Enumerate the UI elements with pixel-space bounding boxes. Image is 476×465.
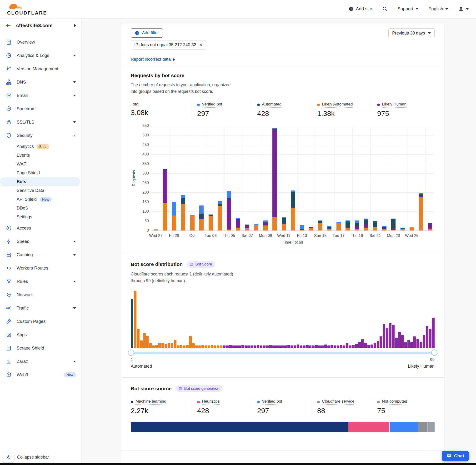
topbar: CLOUDFLARE Add site Support bbox=[0, 0, 476, 18]
sidebar-item-version-management[interactable]: Version Management bbox=[0, 62, 81, 75]
histogram-bar bbox=[177, 346, 180, 348]
histogram-bar bbox=[217, 346, 219, 348]
collapse-sidebar[interactable]: Collapse sidebar bbox=[3, 452, 49, 463]
sidebar-item-workers-routes[interactable]: Workers Routes bbox=[0, 261, 81, 275]
sidebar-item-web3[interactable]: Web3New bbox=[0, 368, 81, 381]
sidebar-item-zaraz[interactable]: Zaraz bbox=[0, 355, 81, 368]
stat-label[interactable]: Cloudflare service bbox=[317, 399, 354, 405]
histogram-bar bbox=[370, 345, 373, 348]
sidebar-item-scrape-shield[interactable]: Scrape Shield bbox=[0, 341, 81, 355]
sidebar-subitem-events[interactable]: Events bbox=[0, 151, 81, 160]
add-site-button[interactable]: Add site bbox=[349, 6, 372, 11]
sidebar-subitem-analytics[interactable]: AnalyticsBeta bbox=[0, 142, 81, 151]
histogram-bar bbox=[410, 342, 413, 348]
support-menu[interactable]: Support bbox=[397, 6, 418, 11]
sidebar-item-speed[interactable]: Speed bbox=[0, 235, 81, 248]
sidebar-item-label: Analytics & Logs bbox=[17, 53, 68, 58]
histogram-bar bbox=[380, 337, 382, 348]
histogram-bar bbox=[294, 346, 296, 348]
sidebar-item-spectrum[interactable]: Spectrum bbox=[0, 102, 81, 116]
histogram-bar bbox=[244, 346, 247, 348]
sidebar-item-apps[interactable]: Apps bbox=[0, 328, 81, 341]
slider-max-label: Likely Human bbox=[408, 364, 434, 369]
sidebar-item-label: Spectrum bbox=[17, 106, 76, 111]
slider-handle-min[interactable] bbox=[128, 349, 134, 356]
sidebar-item-overview[interactable]: Overview bbox=[0, 35, 81, 49]
sidebar-item-traffic[interactable]: Traffic bbox=[0, 301, 81, 315]
source-segment-verified-bot bbox=[390, 422, 418, 432]
sidebar-item-label: Scrape Shield bbox=[17, 346, 76, 351]
sidebar-subitem-ddos[interactable]: DDoS bbox=[0, 204, 81, 213]
stat-label[interactable]: Likely Automated bbox=[317, 102, 353, 108]
lock-icon bbox=[6, 119, 12, 125]
x-tick-label: Thu 19 bbox=[351, 233, 363, 238]
sidebar-item-security[interactable]: Security bbox=[0, 129, 81, 142]
stat-label[interactable]: Machine learning bbox=[131, 399, 166, 405]
close-icon[interactable] bbox=[199, 43, 203, 47]
site-switcher[interactable]: cftestsite3.com bbox=[0, 18, 81, 33]
chevron-down-icon bbox=[73, 121, 76, 123]
slider-handle-max[interactable] bbox=[431, 349, 437, 356]
stat-label[interactable]: Heuristics bbox=[197, 399, 220, 405]
chevron-down-icon bbox=[445, 8, 448, 10]
sidebar-item-email[interactable]: Email bbox=[0, 89, 81, 102]
sidebar-item-custom-pages[interactable]: Custom Pages bbox=[0, 315, 81, 328]
cloudflare-logo[interactable]: CLOUDFLARE bbox=[7, 2, 47, 16]
beta-badge: Beta bbox=[37, 144, 49, 149]
stat-label[interactable]: Not computed bbox=[377, 399, 407, 405]
x-tick-label: Mon 09 bbox=[259, 233, 272, 238]
histogram-bar bbox=[318, 346, 321, 348]
sidebar-subitem-bots[interactable]: Bots bbox=[0, 177, 80, 186]
stat-label[interactable]: Likely Human bbox=[377, 102, 406, 108]
stat-label[interactable]: Verified bot bbox=[257, 399, 282, 405]
sidebar-item-access[interactable]: Access bbox=[0, 222, 81, 235]
chevron-down-icon bbox=[415, 8, 418, 10]
histogram-bar bbox=[398, 332, 401, 348]
sidebar-subitem-waf[interactable]: WAF bbox=[0, 160, 81, 169]
bot-score-doc-badge[interactable]: Bot Score bbox=[186, 261, 215, 268]
sidebar-item-dns[interactable]: DNS bbox=[0, 75, 81, 89]
sidebar-subitem-settings[interactable]: Settings bbox=[0, 213, 81, 222]
sidebar-item-caching[interactable]: Caching bbox=[0, 248, 81, 261]
book-icon bbox=[179, 387, 182, 391]
legend-dot-icon bbox=[257, 104, 260, 106]
sidebar-item-label: Network bbox=[17, 292, 76, 297]
histogram-bar bbox=[407, 340, 410, 348]
histogram-bar bbox=[432, 318, 434, 348]
histogram-bar bbox=[168, 343, 170, 348]
chat-button[interactable]: Chat bbox=[442, 451, 469, 461]
language-menu[interactable]: English bbox=[428, 6, 448, 11]
bot-score-generation-badge[interactable]: Bot score generation bbox=[176, 385, 223, 392]
settings-gear-button[interactable] bbox=[3, 452, 14, 463]
account-menu[interactable] bbox=[458, 6, 469, 12]
sidebar-item-ssl-tls[interactable]: SSL/TLS bbox=[0, 116, 81, 129]
histogram-bar bbox=[131, 299, 133, 348]
histogram-bar bbox=[416, 339, 419, 348]
date-range-dropdown[interactable]: Previous 30 days bbox=[388, 28, 434, 38]
sidebar-item-analytics-logs[interactable]: Analytics & Logs bbox=[0, 49, 81, 62]
report-incorrect-data-link[interactable]: Report incorrect data bbox=[131, 57, 175, 62]
histogram-bar bbox=[161, 343, 164, 348]
histogram-bar bbox=[251, 346, 253, 348]
sidebar-subitem-sensitive-data[interactable]: Sensitive Data bbox=[0, 186, 81, 195]
stacked-bar bbox=[163, 169, 167, 231]
search-button[interactable] bbox=[382, 6, 387, 11]
sidebar-item-network[interactable]: Network bbox=[0, 288, 81, 301]
stat-label[interactable]: Verified bot bbox=[197, 102, 222, 108]
sidebar-subitem-api-shield[interactable]: API ShieldNew bbox=[0, 195, 81, 204]
card-title: Requests by bot score bbox=[131, 73, 184, 78]
sidebar-subitem-page-shield[interactable]: Page Shield bbox=[0, 169, 81, 177]
histogram-bar bbox=[340, 345, 342, 348]
histogram-bar bbox=[389, 323, 391, 348]
x-tick-label: Wed 25 bbox=[405, 233, 419, 238]
sidebar-subitem-label: WAF bbox=[17, 162, 26, 167]
stacked-bar bbox=[401, 228, 405, 231]
stat-label[interactable]: Automated bbox=[257, 102, 281, 108]
filter-chip[interactable]: IP does not equal 35.212.240.32 bbox=[131, 40, 206, 50]
add-filter-button[interactable]: Add filter bbox=[131, 28, 163, 38]
triangle-right-icon bbox=[173, 58, 175, 61]
histogram-bar bbox=[392, 325, 395, 348]
sidebar-item-rules[interactable]: Rules bbox=[0, 275, 81, 288]
score-range-slider[interactable] bbox=[131, 352, 434, 354]
sidebar-subitem-label: Analytics bbox=[17, 144, 34, 149]
